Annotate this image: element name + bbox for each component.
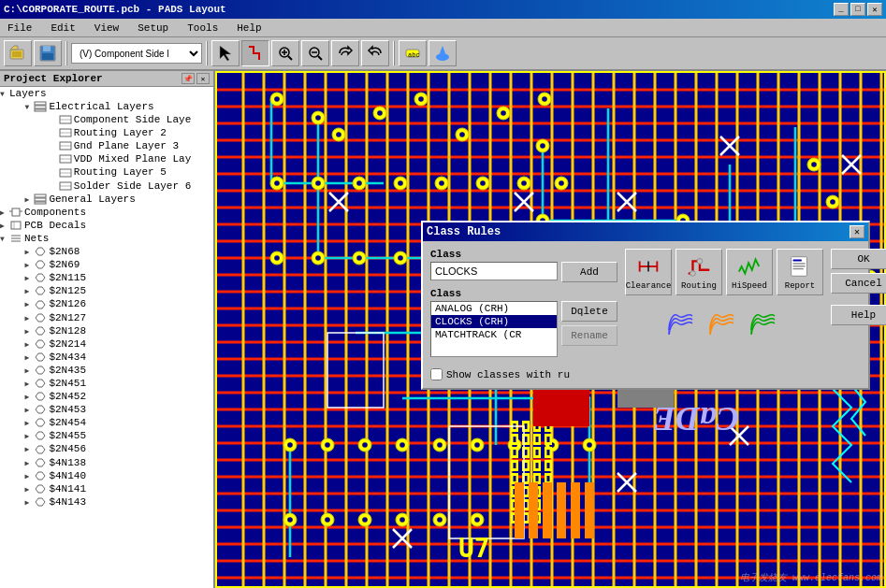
svg-rect-39 bbox=[11, 222, 21, 229]
svg-point-48 bbox=[690, 271, 696, 277]
tree-node-12[interactable]: ▶$2N68 bbox=[0, 245, 213, 258]
menu-file[interactable]: File bbox=[4, 21, 36, 36]
show-classes-checkbox[interactable] bbox=[430, 368, 443, 380]
tree-node-31[interactable]: ▶$4N143 bbox=[0, 495, 213, 509]
dialog-left: Class Add Class ANALOG (CRH) CLOCKS (CRH… bbox=[430, 249, 617, 357]
titlebar-text: C:\CORPORATE_ROUTE.pcb - PADS Layout bbox=[4, 4, 226, 15]
show-classes-row[interactable]: Show classes with ru bbox=[430, 368, 570, 380]
list-item-clocks[interactable]: CLOCKS (CRH) bbox=[431, 315, 557, 328]
project-explorer: Project Explorer 📌 ✕ ▼Layers ▼Electrical… bbox=[0, 71, 215, 588]
help-button[interactable]: Help bbox=[831, 305, 886, 325]
ok-button[interactable]: OK bbox=[831, 249, 886, 269]
tree-node-3[interactable]: Routing Layer 2 bbox=[0, 126, 213, 139]
icon-row2-1 bbox=[664, 307, 702, 335]
zoom-out-button[interactable] bbox=[301, 40, 329, 66]
list-item-analog[interactable]: ANALOG (CRH) bbox=[431, 302, 557, 315]
tree-node-16[interactable]: ▶$2N126 bbox=[0, 297, 213, 310]
menu-view[interactable]: View bbox=[91, 21, 123, 36]
tree-node-25[interactable]: ▶$2N454 bbox=[0, 416, 213, 429]
tree-node-27[interactable]: ▶$2N456 bbox=[0, 442, 213, 455]
tree-node-8[interactable]: ▶General Layers bbox=[0, 193, 213, 206]
report-label: Report bbox=[785, 281, 815, 291]
menu-setup[interactable]: Setup bbox=[134, 21, 172, 36]
svg-rect-19 bbox=[35, 106, 46, 108]
tree-node-9[interactable]: ▶Components bbox=[0, 206, 213, 219]
open-button[interactable] bbox=[4, 40, 32, 66]
tree-node-28[interactable]: ▶$4N138 bbox=[0, 456, 213, 469]
dialog-title: Class Rules bbox=[427, 225, 501, 238]
pe-close-button[interactable]: ✕ bbox=[196, 73, 210, 84]
svg-rect-52 bbox=[793, 263, 806, 264]
tree-node-13[interactable]: ▶$2N69 bbox=[0, 258, 213, 271]
tree-node-14[interactable]: ▶$2N115 bbox=[0, 271, 213, 284]
icon-row2-2 bbox=[705, 307, 743, 335]
tree-node-1[interactable]: ▼Electrical Layers bbox=[0, 100, 213, 113]
undo-button[interactable] bbox=[331, 40, 359, 66]
svg-marker-17 bbox=[440, 46, 445, 53]
cancel-button[interactable]: Cancel bbox=[831, 273, 886, 294]
svg-rect-5 bbox=[42, 53, 53, 60]
delete-button[interactable]: Dqlete bbox=[561, 301, 617, 322]
class-input[interactable] bbox=[430, 262, 558, 280]
tree-node-30[interactable]: ▶$4N141 bbox=[0, 482, 213, 495]
dialog-footer: Show classes with ru bbox=[423, 365, 868, 388]
tree-node-0[interactable]: ▼Layers bbox=[0, 87, 213, 100]
class-label-2: Class bbox=[430, 288, 617, 299]
highlight-button[interactable]: abc bbox=[399, 40, 427, 66]
clearance-label: Clearance bbox=[626, 281, 672, 291]
tree-node-15[interactable]: ▶$2N125 bbox=[0, 284, 213, 297]
tree-node-11[interactable]: ▼Nets bbox=[0, 232, 213, 245]
class-listbox[interactable]: ANALOG (CRH) CLOCKS (CRH) MATCHTRACK (CR bbox=[430, 301, 558, 357]
routing-button[interactable]: Routing bbox=[675, 249, 722, 295]
class-label-1: Class bbox=[430, 249, 617, 260]
dialog-icon-buttons: Clearance Routing bbox=[625, 249, 823, 295]
menu-edit[interactable]: Edit bbox=[47, 21, 79, 36]
save-button[interactable] bbox=[34, 40, 62, 66]
tree-node-26[interactable]: ▶$2N455 bbox=[0, 429, 213, 442]
dialog-close-button[interactable]: ✕ bbox=[850, 225, 864, 238]
minimize-button[interactable]: _ bbox=[834, 3, 849, 16]
tree-node-2[interactable]: Component Side Laye bbox=[0, 113, 213, 126]
pcb-canvas[interactable]: Class Rules ✕ Class Add Class ANALOG (CR… bbox=[215, 71, 886, 588]
report-button[interactable]: Report bbox=[777, 249, 823, 295]
tree-node-17[interactable]: ▶$2N127 bbox=[0, 311, 213, 324]
tree-node-21[interactable]: ▶$2N435 bbox=[0, 364, 213, 377]
svg-rect-36 bbox=[12, 208, 20, 216]
layer-dropdown[interactable]: (V) Component Side l Routing Layer 2 Rou… bbox=[71, 43, 202, 64]
zoom-button[interactable] bbox=[271, 40, 299, 66]
dialog-middle: Clearance Routing bbox=[625, 249, 823, 357]
svg-rect-18 bbox=[35, 102, 46, 105]
tree-node-4[interactable]: Gnd Plane Layer 3 bbox=[0, 139, 213, 152]
show-classes-label: Show classes with ru bbox=[446, 369, 570, 380]
svg-rect-51 bbox=[793, 260, 802, 262]
hispeed-button[interactable]: HiSpeed bbox=[726, 249, 773, 295]
close-button[interactable]: ✕ bbox=[867, 3, 882, 16]
route-button[interactable] bbox=[241, 40, 269, 66]
menu-tools[interactable]: Tools bbox=[183, 21, 222, 36]
tree-node-20[interactable]: ▶$2N434 bbox=[0, 351, 213, 364]
svg-point-49 bbox=[697, 259, 703, 265]
tree-node-18[interactable]: ▶$2N128 bbox=[0, 324, 213, 337]
pe-pin-button[interactable]: 📌 bbox=[182, 73, 195, 84]
clearance-button[interactable]: Clearance bbox=[625, 249, 672, 295]
rename-button[interactable]: Rename bbox=[561, 325, 617, 346]
tree-node-24[interactable]: ▶$2N453 bbox=[0, 403, 213, 416]
menu-help[interactable]: Help bbox=[233, 21, 265, 36]
pe-title: Project Explorer bbox=[4, 73, 103, 84]
dialog-titlebar[interactable]: Class Rules ✕ bbox=[423, 222, 868, 241]
tree-node-22[interactable]: ▶$2N451 bbox=[0, 377, 213, 390]
tree-node-29[interactable]: ▶$4N140 bbox=[0, 469, 213, 482]
tree-node-7[interactable]: Solder Side Layer 6 bbox=[0, 179, 213, 193]
tree-node-10[interactable]: ▶PCB Decals bbox=[0, 219, 213, 232]
tree-node-5[interactable]: VDD Mixed Plane Lay bbox=[0, 152, 213, 165]
tree-node-19[interactable]: ▶$2N214 bbox=[0, 337, 213, 351]
maximize-button[interactable]: □ bbox=[850, 3, 865, 16]
select-tool-button[interactable] bbox=[211, 40, 240, 66]
flood-button[interactable] bbox=[428, 40, 457, 66]
tree-node-23[interactable]: ▶$2N452 bbox=[0, 390, 213, 403]
pe-tree: ▼Layers ▼Electrical Layers Component Sid… bbox=[0, 87, 213, 509]
tree-node-6[interactable]: Routing Layer 5 bbox=[0, 165, 213, 179]
add-button[interactable]: Add bbox=[561, 262, 617, 282]
redo-button[interactable] bbox=[361, 40, 389, 66]
list-item-matchtrack[interactable]: MATCHTRACK (CR bbox=[431, 328, 557, 341]
